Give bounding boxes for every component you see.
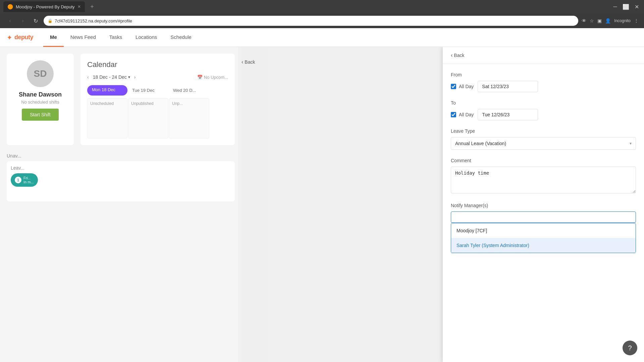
- calendar-range: 18 Dec - 24 Dec ▾: [93, 74, 130, 80]
- calendar-cell-wed: Unp...: [169, 98, 209, 138]
- browser-tab[interactable]: 🟠 Moodjoy - Powered By Deputy ✕: [3, 1, 85, 12]
- leave-pill-label: Fri...In m...: [23, 176, 34, 184]
- top-nav: ✦ deputy Me News Feed Tasks Locations Sc…: [0, 28, 644, 47]
- calendar-cell-mon: Unscheduled: [87, 98, 127, 138]
- from-date-input[interactable]: [478, 81, 538, 92]
- form-header: ‹ Back: [443, 47, 644, 64]
- unavailable-section-title: Unav...: [7, 150, 235, 161]
- manager-dropdown: Moodjoy [7CF] Sarah Tyler (System Admini…: [451, 223, 636, 253]
- url-text: 7cf47d19112152.na.deputy.com/#profile: [55, 18, 132, 23]
- comment-label: Comment: [451, 158, 636, 163]
- browser-titlebar: 🟠 Moodjoy - Powered By Deputy ✕ + ─ ⬜ ✕: [0, 0, 644, 13]
- manager-option-moodjoy[interactable]: Moodjoy [7CF]: [451, 223, 636, 238]
- to-allday-checkbox[interactable]: [451, 112, 456, 117]
- calendar-title: Calendar: [87, 60, 228, 69]
- from-allday-wrapper: All Day: [451, 84, 474, 89]
- incognito-label: Incognito: [614, 18, 631, 23]
- notify-label: Notify Manager(s): [451, 203, 636, 208]
- from-allday-label: All Day: [459, 84, 474, 89]
- from-group: From All Day: [451, 72, 636, 92]
- sidebar-icon[interactable]: ▣: [597, 18, 602, 23]
- browser-controls: ‹ › ↻ 🔒 7cf47d19112152.na.deputy.com/#pr…: [0, 13, 644, 28]
- leave-type-label: Leave Type: [451, 128, 636, 134]
- reload-button[interactable]: ↻: [31, 16, 40, 25]
- star-icon[interactable]: ☆: [590, 18, 594, 23]
- address-bar[interactable]: 🔒 7cf47d19112152.na.deputy.com/#profile: [44, 16, 578, 26]
- menu-icon[interactable]: ⋮: [634, 18, 639, 23]
- from-allday-checkbox[interactable]: [451, 84, 456, 89]
- leave-type-select[interactable]: Annual Leave (Vacation) ▾: [451, 137, 636, 150]
- calendar-cells: Unscheduled Unpublished Unp...: [87, 98, 228, 138]
- to-label: To: [451, 100, 636, 106]
- calendar-dropdown-icon[interactable]: ▾: [128, 75, 130, 79]
- back-chevron-icon: ‹: [451, 52, 452, 58]
- tab-title: Moodjoy - Powered By Deputy: [16, 4, 75, 9]
- calendar-icon: 📅: [197, 75, 203, 80]
- back-button-1[interactable]: ‹ Back: [238, 52, 268, 72]
- to-allday-label: All Day: [459, 112, 474, 117]
- to-date-input[interactable]: [478, 109, 538, 120]
- comment-textarea[interactable]: Holiday time: [451, 167, 636, 193]
- calendar-prev-button[interactable]: ‹: [87, 74, 89, 80]
- manager-option-sarah[interactable]: Sarah Tyler (System Administrator): [451, 238, 636, 253]
- upcoming-label: 📅 No Upcom...: [197, 75, 228, 80]
- user-name: Shane Dawson: [19, 91, 62, 98]
- calendar-nav: ‹ 18 Dec - 24 Dec ▾ › 📅 No Upcom...: [87, 74, 228, 80]
- forward-nav-button[interactable]: ›: [18, 16, 28, 25]
- calendar-day-mon: Mon 18 Dec: [87, 85, 127, 96]
- minimize-button[interactable]: ─: [611, 3, 619, 11]
- lock-icon: 🔒: [48, 18, 53, 23]
- to-group: To All Day: [451, 100, 636, 120]
- leave-type-value: Annual Leave (Vacation): [455, 141, 506, 146]
- start-shift-button[interactable]: Start Shift: [22, 109, 58, 121]
- to-allday-wrapper: All Day: [451, 112, 474, 117]
- select-arrow-icon: ▾: [630, 141, 632, 146]
- calendar-day-tue: Tue 19 Dec: [128, 85, 168, 96]
- calendar-day-headers: Mon 18 Dec Tue 19 Dec Wed 20 D...: [87, 85, 228, 96]
- tab-close-button[interactable]: ✕: [77, 4, 81, 9]
- help-button[interactable]: ?: [623, 341, 637, 355]
- maximize-button[interactable]: ⬜: [622, 3, 630, 11]
- calendar-cell-tue: Unpublished: [128, 98, 168, 138]
- calendar-next-button[interactable]: ›: [134, 74, 136, 80]
- deputy-logo: ✦ deputy: [7, 34, 33, 42]
- profile-icon[interactable]: 👤: [605, 18, 611, 23]
- left-panel: SD Shane Dawson No scheduled shifts Star…: [0, 47, 241, 362]
- window-controls: ─ ⬜ ✕: [611, 3, 641, 11]
- leave-type-group: Leave Type Annual Leave (Vacation) ▾: [451, 128, 636, 150]
- to-row: All Day: [451, 109, 636, 120]
- app-container: ✦ deputy Me News Feed Tasks Locations Sc…: [0, 28, 644, 362]
- leave-section-title: Leav...: [11, 165, 231, 171]
- back-nav-button[interactable]: ‹: [5, 16, 15, 25]
- nav-item-tasks[interactable]: Tasks: [103, 28, 129, 47]
- logo-star-icon: ✦: [7, 34, 12, 42]
- eye-slash-icon: 👁: [582, 18, 586, 23]
- main-content: SD Shane Dawson No scheduled shifts Star…: [0, 47, 644, 362]
- nav-item-news-feed[interactable]: News Feed: [64, 28, 103, 47]
- browser-actions: 👁 ☆ ▣ 👤 Incognito ⋮: [582, 18, 639, 23]
- tab-favicon: 🟠: [7, 4, 13, 9]
- notify-group: Notify Manager(s) Moodjoy [7CF] Sarah Ty…: [451, 203, 636, 253]
- middle-overlay: ‹ Back: [238, 47, 268, 362]
- leave-section: Leav... 1 Fri...In m...: [7, 161, 235, 201]
- user-status: No scheduled shifts: [21, 100, 59, 105]
- form-panel: ‹ Back From All Day: [443, 47, 644, 362]
- from-label: From: [451, 72, 636, 77]
- calendar-day-wed: Wed 20 D...: [169, 85, 209, 96]
- browser-window: 🟠 Moodjoy - Powered By Deputy ✕ + ─ ⬜ ✕ …: [0, 0, 644, 362]
- avatar: SD: [27, 60, 54, 87]
- leave-count: 1: [15, 177, 21, 183]
- new-tab-button[interactable]: +: [88, 2, 97, 11]
- back-button-2[interactable]: ‹ Back: [451, 52, 464, 58]
- comment-group: Comment Holiday time: [451, 158, 636, 195]
- nav-item-schedule[interactable]: Schedule: [164, 28, 198, 47]
- form-body: From All Day To: [443, 64, 644, 362]
- from-row: All Day: [451, 81, 636, 92]
- nav-item-me[interactable]: Me: [43, 28, 64, 47]
- leave-pill: 1 Fri...In m...: [11, 173, 38, 187]
- logo-text: deputy: [14, 34, 33, 41]
- nav-item-locations[interactable]: Locations: [129, 28, 164, 47]
- notify-input[interactable]: [451, 212, 636, 223]
- close-button[interactable]: ✕: [633, 3, 641, 11]
